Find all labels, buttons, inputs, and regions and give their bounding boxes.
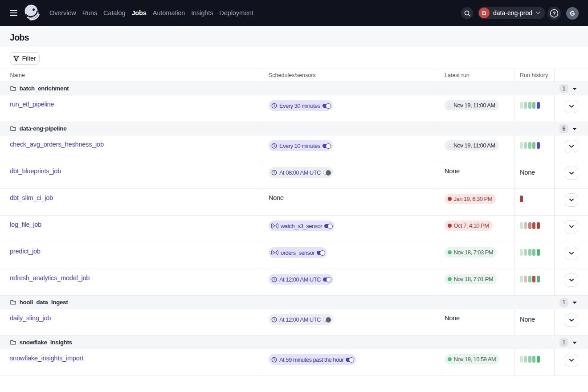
svg-text:?: ? [553, 11, 556, 16]
